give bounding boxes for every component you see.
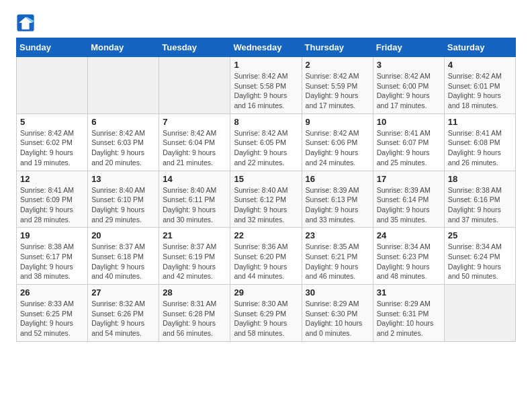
day-number: 6 [91,117,155,127]
calendar-cell: 8Sunrise: 8:42 AM Sunset: 6:05 PM Daylig… [230,113,302,171]
day-detail: Sunrise: 8:42 AM Sunset: 5:59 PM Dayligh… [306,71,369,111]
calendar-cell: 20Sunrise: 8:37 AM Sunset: 6:18 PM Dayli… [88,228,159,285]
day-detail: Sunrise: 8:40 AM Sunset: 6:12 PM Dayligh… [234,185,298,225]
calendar-cell: 4Sunrise: 8:42 AM Sunset: 6:01 PM Daylig… [444,57,515,114]
day-detail: Sunrise: 8:39 AM Sunset: 6:14 PM Dayligh… [377,185,441,225]
day-number: 15 [234,174,298,184]
day-number: 8 [234,117,298,127]
calendar-cell: 9Sunrise: 8:42 AM Sunset: 6:06 PM Daylig… [302,113,373,171]
calendar-cell: 26Sunrise: 8:33 AM Sunset: 6:25 PM Dayli… [17,285,88,342]
day-number: 12 [20,174,84,184]
day-number: 26 [20,287,84,298]
calendar-cell: 7Sunrise: 8:42 AM Sunset: 6:04 PM Daylig… [159,113,230,171]
day-number: 22 [234,230,298,240]
day-detail: Sunrise: 8:40 AM Sunset: 6:10 PM Dayligh… [91,185,155,225]
day-detail: Sunrise: 8:32 AM Sunset: 6:26 PM Dayligh… [91,299,155,338]
calendar-cell: 15Sunrise: 8:40 AM Sunset: 6:12 PM Dayli… [230,171,302,228]
calendar-cell: 28Sunrise: 8:31 AM Sunset: 6:28 PM Dayli… [159,285,230,342]
day-detail: Sunrise: 8:42 AM Sunset: 6:02 PM Dayligh… [20,128,84,168]
day-number: 1 [234,60,298,70]
day-detail: Sunrise: 8:38 AM Sunset: 6:17 PM Dayligh… [20,242,84,281]
weekday-header-thursday: Thursday [302,38,373,57]
weekday-header-tuesday: Tuesday [159,38,230,57]
day-number: 19 [20,230,84,240]
weekday-header-monday: Monday [88,38,159,57]
weekday-header-saturday: Saturday [444,38,515,57]
day-detail: Sunrise: 8:42 AM Sunset: 5:58 PM Dayligh… [234,71,298,111]
weekday-header-friday: Friday [373,38,444,57]
day-detail: Sunrise: 8:31 AM Sunset: 6:28 PM Dayligh… [163,299,226,338]
day-detail: Sunrise: 8:30 AM Sunset: 6:29 PM Dayligh… [234,299,298,338]
page: SundayMondayTuesdayWednesdayThursdayFrid… [0,0,532,355]
day-number: 13 [91,174,155,184]
calendar-cell [88,57,159,114]
day-number: 11 [448,117,512,127]
calendar-cell: 10Sunrise: 8:41 AM Sunset: 6:07 PM Dayli… [373,113,444,171]
header [16,13,516,32]
logo [16,13,38,32]
day-detail: Sunrise: 8:42 AM Sunset: 6:03 PM Dayligh… [91,128,155,168]
calendar-cell: 5Sunrise: 8:42 AM Sunset: 6:02 PM Daylig… [17,113,88,171]
day-number: 5 [20,117,84,127]
week-row-2: 12Sunrise: 8:41 AM Sunset: 6:09 PM Dayli… [17,171,516,228]
day-number: 21 [163,230,226,240]
calendar-cell: 31Sunrise: 8:29 AM Sunset: 6:31 PM Dayli… [373,285,444,342]
day-number: 18 [448,174,512,184]
week-row-1: 5Sunrise: 8:42 AM Sunset: 6:02 PM Daylig… [17,113,516,171]
day-number: 23 [306,230,369,240]
day-detail: Sunrise: 8:41 AM Sunset: 6:09 PM Dayligh… [20,185,84,225]
day-detail: Sunrise: 8:37 AM Sunset: 6:18 PM Dayligh… [91,242,155,281]
week-row-3: 19Sunrise: 8:38 AM Sunset: 6:17 PM Dayli… [17,228,516,285]
calendar-cell: 6Sunrise: 8:42 AM Sunset: 6:03 PM Daylig… [88,113,159,171]
day-number: 30 [306,287,369,298]
calendar-cell: 27Sunrise: 8:32 AM Sunset: 6:26 PM Dayli… [88,285,159,342]
calendar-cell: 11Sunrise: 8:41 AM Sunset: 6:08 PM Dayli… [444,113,515,171]
calendar-cell: 29Sunrise: 8:30 AM Sunset: 6:29 PM Dayli… [230,285,302,342]
day-detail: Sunrise: 8:42 AM Sunset: 6:05 PM Dayligh… [234,128,298,168]
weekday-header-sunday: Sunday [17,38,88,57]
calendar-cell: 2Sunrise: 8:42 AM Sunset: 5:59 PM Daylig… [302,57,373,114]
day-number: 17 [377,174,441,184]
logo-icon [16,13,35,32]
calendar-cell [17,57,88,114]
day-number: 10 [377,117,441,127]
day-number: 7 [163,117,226,127]
calendar-cell: 17Sunrise: 8:39 AM Sunset: 6:14 PM Dayli… [373,171,444,228]
day-number: 28 [163,287,226,298]
day-number: 2 [306,60,369,70]
day-number: 31 [377,287,441,298]
week-row-0: 1Sunrise: 8:42 AM Sunset: 5:58 PM Daylig… [17,57,516,114]
day-detail: Sunrise: 8:42 AM Sunset: 6:01 PM Dayligh… [448,71,512,111]
day-detail: Sunrise: 8:38 AM Sunset: 6:16 PM Dayligh… [448,185,512,225]
calendar-cell: 19Sunrise: 8:38 AM Sunset: 6:17 PM Dayli… [17,228,88,285]
day-number: 27 [91,287,155,298]
weekday-header-wednesday: Wednesday [230,38,302,57]
day-number: 16 [306,174,369,184]
calendar-cell: 24Sunrise: 8:34 AM Sunset: 6:23 PM Dayli… [373,228,444,285]
day-number: 24 [377,230,441,240]
day-detail: Sunrise: 8:29 AM Sunset: 6:31 PM Dayligh… [377,299,441,338]
day-detail: Sunrise: 8:41 AM Sunset: 6:07 PM Dayligh… [377,128,441,168]
calendar-cell: 14Sunrise: 8:40 AM Sunset: 6:11 PM Dayli… [159,171,230,228]
calendar-cell: 18Sunrise: 8:38 AM Sunset: 6:16 PM Dayli… [444,171,515,228]
day-detail: Sunrise: 8:36 AM Sunset: 6:20 PM Dayligh… [234,242,298,281]
calendar-cell: 3Sunrise: 8:42 AM Sunset: 6:00 PM Daylig… [373,57,444,114]
week-row-4: 26Sunrise: 8:33 AM Sunset: 6:25 PM Dayli… [17,285,516,342]
weekday-header-row: SundayMondayTuesdayWednesdayThursdayFrid… [17,38,516,57]
day-detail: Sunrise: 8:42 AM Sunset: 6:04 PM Dayligh… [163,128,226,168]
day-detail: Sunrise: 8:42 AM Sunset: 6:06 PM Dayligh… [306,128,369,168]
day-detail: Sunrise: 8:33 AM Sunset: 6:25 PM Dayligh… [20,299,84,338]
day-number: 9 [306,117,369,127]
day-detail: Sunrise: 8:40 AM Sunset: 6:11 PM Dayligh… [163,185,226,225]
day-number: 20 [91,230,155,240]
day-number: 25 [448,230,512,240]
day-detail: Sunrise: 8:42 AM Sunset: 6:00 PM Dayligh… [377,71,441,111]
day-detail: Sunrise: 8:29 AM Sunset: 6:30 PM Dayligh… [306,299,369,338]
day-detail: Sunrise: 8:34 AM Sunset: 6:23 PM Dayligh… [377,242,441,281]
day-detail: Sunrise: 8:37 AM Sunset: 6:19 PM Dayligh… [163,242,226,281]
calendar-cell [444,285,515,342]
calendar-cell: 1Sunrise: 8:42 AM Sunset: 5:58 PM Daylig… [230,57,302,114]
day-number: 29 [234,287,298,298]
calendar-cell: 13Sunrise: 8:40 AM Sunset: 6:10 PM Dayli… [88,171,159,228]
calendar-cell: 23Sunrise: 8:35 AM Sunset: 6:21 PM Dayli… [302,228,373,285]
